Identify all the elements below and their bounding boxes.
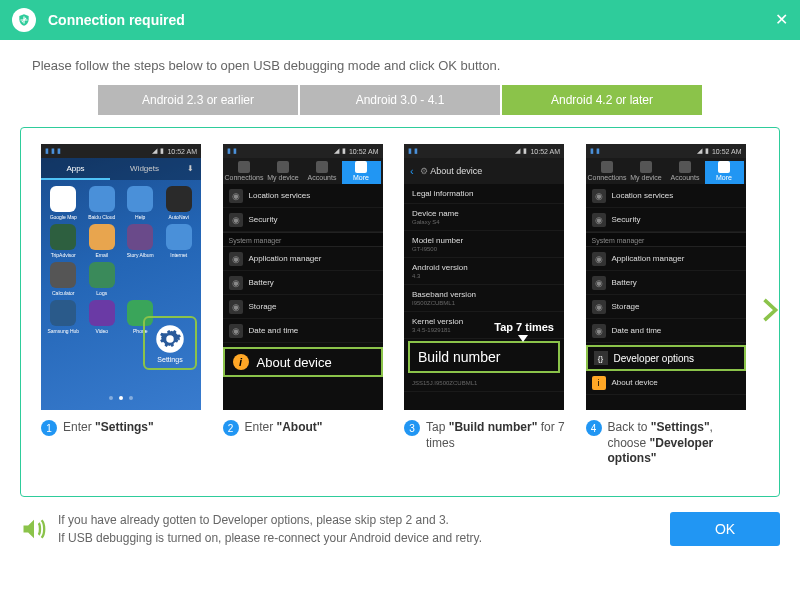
- step-badge-2: 2: [223, 420, 239, 436]
- step-badge-1: 1: [41, 420, 57, 436]
- phone-screenshot-4: ▮▮◢▮10:52 AM Connections My device Accou…: [586, 144, 746, 410]
- dev-icon: {}: [594, 351, 608, 365]
- titlebar: Connection required ✕: [0, 0, 800, 40]
- phone-screenshot-2: ▮▮◢▮10:52 AM Connections My device Accou…: [223, 144, 383, 410]
- gear-icon: [155, 324, 185, 354]
- settings-app-highlight: Settings: [143, 316, 197, 370]
- tap-7-times-label: Tap 7 times: [494, 321, 554, 333]
- tab-android-4-2[interactable]: Android 4.2 or later: [502, 85, 702, 115]
- step-text-3: Tap "Build number" for 7 times: [426, 420, 570, 451]
- phone-screenshot-3: ▮▮◢▮10:52 AM ‹⚙ About device Legal infor…: [404, 144, 564, 410]
- steps-panel: ▮▮▮◢▮10:52 AM Apps Widgets ⬇ Google MapB…: [20, 127, 780, 497]
- step-text-4: Back to "Settings", choose "Developer op…: [608, 420, 752, 467]
- step-badge-3: 3: [404, 420, 420, 436]
- step-badge-4: 4: [586, 420, 602, 436]
- info-icon: i: [233, 354, 249, 370]
- footer-line-2: If USB debugging is turned on, please re…: [58, 529, 670, 547]
- android-version-tabs: Android 2.3 or earlier Android 3.0 - 4.1…: [0, 85, 800, 127]
- about-device-highlight: i About device: [223, 347, 383, 377]
- step-text-2: Enter "About": [245, 420, 323, 436]
- footer: If you have already gotten to Developer …: [20, 511, 780, 547]
- step-1: ▮▮▮◢▮10:52 AM Apps Widgets ⬇ Google MapB…: [41, 144, 207, 467]
- next-chevron-icon[interactable]: [759, 295, 781, 329]
- close-icon[interactable]: ✕: [775, 10, 788, 29]
- step-3: ▮▮◢▮10:52 AM ‹⚙ About device Legal infor…: [404, 144, 570, 467]
- arrow-down-icon: [518, 335, 528, 342]
- step-4: ▮▮◢▮10:52 AM Connections My device Accou…: [586, 144, 752, 467]
- developer-options-highlight: {} Developer options: [586, 345, 746, 371]
- ok-button[interactable]: OK: [670, 512, 780, 546]
- tab-android-2-3[interactable]: Android 2.3 or earlier: [98, 85, 298, 115]
- tab-android-3-0[interactable]: Android 3.0 - 4.1: [300, 85, 500, 115]
- footer-line-1: If you have already gotten to Developer …: [58, 511, 670, 529]
- window-title: Connection required: [48, 12, 185, 28]
- shield-icon: [12, 8, 36, 32]
- speaker-icon: [20, 515, 48, 543]
- build-number-highlight: Tap 7 times Build number: [408, 341, 560, 373]
- phone-screenshot-1: ▮▮▮◢▮10:52 AM Apps Widgets ⬇ Google MapB…: [41, 144, 201, 410]
- step-text-1: Enter "Settings": [63, 420, 154, 436]
- step-2: ▮▮◢▮10:52 AM Connections My device Accou…: [223, 144, 389, 467]
- instruction-text: Please follow the steps below to open US…: [0, 40, 800, 85]
